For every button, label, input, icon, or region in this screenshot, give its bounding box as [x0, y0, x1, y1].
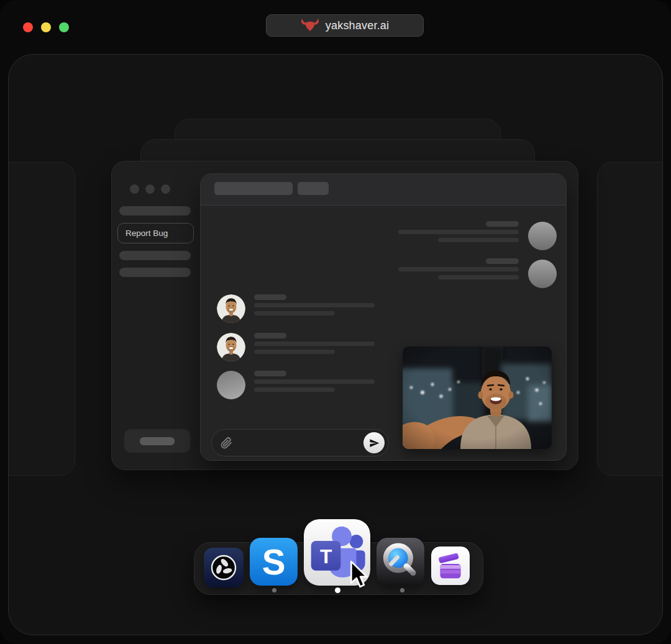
window-dot — [145, 184, 155, 194]
skeleton-line — [119, 251, 191, 260]
avatar — [217, 371, 245, 399]
skeleton-line — [254, 371, 286, 376]
skeleton-line — [438, 238, 519, 242]
running-indicator — [272, 588, 276, 592]
skeleton-line — [254, 379, 375, 384]
send-icon — [369, 438, 380, 448]
skeleton-line — [254, 350, 335, 354]
screenshot-stage: yakshaver.ai Report Bug — [0, 0, 671, 644]
skeleton-line — [254, 388, 335, 392]
avatar — [217, 333, 245, 361]
close-button[interactable] — [23, 22, 33, 32]
message-input[interactable] — [211, 429, 389, 456]
titlebar-title: yakshaver.ai — [326, 19, 389, 32]
zoom-button[interactable] — [59, 22, 69, 32]
avatar — [528, 260, 557, 288]
paperclip-icon[interactable] — [221, 437, 232, 449]
skeleton-line — [214, 182, 293, 195]
skeleton-line — [438, 275, 519, 279]
skeleton-line — [298, 182, 329, 195]
mouse-cursor-arrow — [349, 561, 371, 591]
snagit-icon: S — [250, 538, 298, 586]
skeleton-line — [254, 333, 286, 338]
video-call-thumbnail — [403, 347, 552, 449]
skeleton-line — [254, 311, 335, 315]
minimize-button[interactable] — [41, 22, 51, 32]
svg-text:S: S — [262, 543, 286, 582]
window-dot — [161, 184, 170, 194]
background-card-right — [597, 162, 663, 476]
dock-item-clipchamp[interactable] — [431, 546, 470, 585]
window-dots — [130, 184, 170, 194]
skeleton-line — [254, 342, 375, 346]
skeleton-line — [398, 230, 519, 234]
skeleton-line — [119, 268, 191, 277]
obs-icon — [204, 548, 244, 587]
chat-window — [200, 173, 567, 461]
skeleton-line — [486, 221, 519, 227]
quicktime-icon — [377, 538, 424, 586]
skeleton-line — [254, 303, 375, 307]
dock-item-obs-studio[interactable] — [204, 548, 244, 587]
dock-item-quicktime-player[interactable] — [377, 538, 424, 586]
report-bug-button[interactable]: Report Bug — [117, 223, 194, 243]
report-bug-label: Report Bug — [126, 229, 168, 238]
chat-header — [201, 174, 566, 206]
window-dot — [130, 184, 139, 194]
avatar — [528, 222, 557, 250]
avatar — [217, 294, 245, 323]
skeleton-line — [486, 258, 519, 264]
yak-logo-icon — [301, 18, 319, 33]
titlebar-url-chip: yakshaver.ai — [266, 14, 424, 37]
running-indicator — [400, 588, 404, 592]
skeleton-line — [398, 267, 519, 271]
traffic-lights — [23, 22, 69, 32]
send-button[interactable] — [363, 432, 385, 453]
sidebar-window: Report Bug — [111, 161, 578, 470]
skeleton-line — [119, 206, 191, 215]
clipchamp-icon — [431, 546, 470, 585]
dock-item-snagit[interactable]: S — [250, 538, 298, 586]
svg-text:T: T — [320, 545, 332, 568]
running-indicator-active — [335, 587, 340, 593]
sidebar-bottom-skeleton-button[interactable] — [124, 429, 190, 453]
skeleton-line — [254, 294, 286, 300]
background-card-left — [8, 162, 75, 476]
